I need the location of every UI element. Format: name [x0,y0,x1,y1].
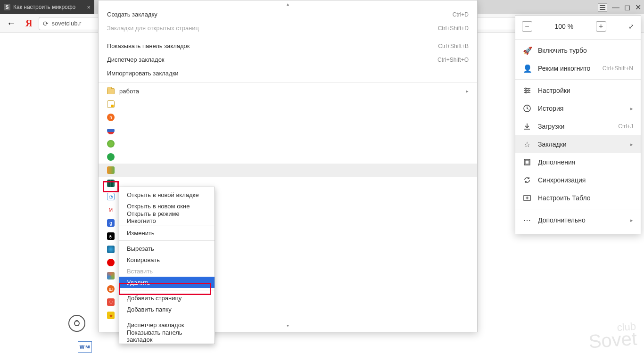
chevron-right-icon: ▸ [630,217,633,223]
main-menu: − 100 % + ⤢ 🚀 Включить турбо 👤 Режим инк… [515,15,641,234]
svg-point-6 [528,90,529,91]
menu-downloads-shortcut: Ctrl+J [618,123,633,130]
menu-incognito-label: Режим инкогнито [538,65,596,72]
menu-downloads-label: Загрузки [538,123,611,130]
menu-settings[interactable]: Настройки [515,82,641,99]
separator [515,79,641,80]
menu-addons[interactable]: Дополнения [515,153,641,171]
back-button[interactable]: ← [4,18,19,29]
menu-more[interactable]: ⋯ Дополнительно ▸ [515,211,641,229]
menu-tableau[interactable]: Настроить Табло [515,189,641,207]
bookmark-item-selected[interactable] [99,164,477,177]
create-bookmark-label: Создать закладку [107,11,157,18]
star-icon: ☆ [523,140,531,149]
bookmark-folder-work[interactable]: работа ▸ [99,84,477,98]
zoom-out-button[interactable]: − [522,21,532,32]
window-controls: — ◻ ✕ [598,3,641,12]
incognito-icon: 👤 [523,64,531,73]
zoom-in-button[interactable]: + [596,21,606,32]
reload-icon[interactable]: ⟳ [43,20,49,27]
bookmarks-for-open-pages-item: Закладки для открытых страниц Ctrl+Shift… [99,21,477,35]
bookmark-item[interactable] [99,150,477,164]
ctx-open-new-tab[interactable]: Открыть в новой вкладке [119,189,215,200]
bookmark-item[interactable]: h [99,111,477,124]
show-bar-shortcut: Ctrl+Shift+B [438,43,469,49]
chevron-right-icon: ▸ [630,141,633,148]
ctx-delete[interactable]: Удалить [119,277,215,288]
ctx-cut[interactable]: Вырезать [119,243,215,254]
show-bookmarks-bar-item[interactable]: Показывать панель закладок Ctrl+Shift+B [99,39,477,53]
bookmark-context-menu: Открыть в новой вкладке Открыть в новом … [119,187,215,344]
menu-downloads[interactable]: Загрузки Ctrl+J [515,117,641,135]
menu-history-label: История [538,105,624,112]
chevron-right-icon: ▸ [630,106,633,112]
close-window-button[interactable]: ✕ [635,3,641,12]
create-bookmark-item[interactable]: Создать закладку Ctrl+D [99,8,477,21]
minimize-button[interactable]: — [612,3,619,12]
step-badge: 2 [68,315,85,332]
more-icon: ⋯ [523,216,531,225]
tab-favicon: S [4,4,10,10]
separator [119,317,215,317]
tableau-icon [523,194,531,202]
browser-tab[interactable]: S Как настроить микрофо × [0,0,94,14]
bookmark-item[interactable] [99,124,477,137]
taskbar-word-icon[interactable]: WMi [78,341,92,353]
separator [99,37,477,37]
bookmarks-open-pages-label: Закладки для открытых страниц [107,25,199,32]
zoom-value: 100 % [554,23,573,30]
yandex-logo[interactable]: Я [24,18,34,29]
menu-incognito[interactable]: 👤 Режим инкогнито Ctrl+Shift+N [515,59,641,77]
import-bookmarks-item[interactable]: Импортировать закладки [99,66,477,80]
bm-manager-label: Диспетчер закладок [107,56,165,63]
tab-title: Как настроить микрофо [13,4,84,10]
menu-sync-label: Синхронизация [538,176,633,184]
create-bookmark-shortcut: Ctrl+D [453,11,469,18]
close-tab-icon[interactable]: × [87,4,91,11]
bm-manager-shortcut: Ctrl+Shift+O [438,57,469,63]
separator [119,290,215,290]
separator [515,39,641,40]
folder-label: работа [119,88,139,95]
svg-point-5 [525,88,527,90]
menu-bookmarks[interactable]: ☆ Закладки ▸ [515,135,641,153]
menu-incognito-shortcut: Ctrl+Shift+N [603,65,633,72]
svg-rect-1 [111,105,114,107]
settings-icon [523,86,531,95]
scroll-up-arrow[interactable]: ▴ [99,0,477,8]
ctx-paste: Вставить [119,265,215,277]
ctx-add-folder[interactable]: Добавить папку [119,304,215,315]
svg-point-7 [526,92,527,93]
ctx-show-bookmarks-bar[interactable]: Показывать панель закладок [119,330,215,342]
menu-sync[interactable]: Синхронизация [515,171,641,189]
history-icon [523,104,531,113]
menu-history[interactable]: История ▸ [515,99,641,117]
import-label: Импортировать закладки [107,70,179,77]
bookmarks-open-pages-shortcut: Ctrl+Shift+D [438,25,469,32]
ctx-edit[interactable]: Изменить [119,227,215,239]
menu-turbo-label: Включить турбо [538,47,633,54]
menu-more-label: Дополнительно [538,216,624,224]
ctx-open-incognito[interactable]: Открыть в режиме Инкогнито [119,212,215,223]
menu-tableau-label: Настроить Табло [538,194,633,202]
menu-bookmarks-label: Закладки [538,140,624,148]
taskbar-word-label: Mi [85,345,90,349]
bookmark-item[interactable] [99,98,477,111]
bookmark-item[interactable] [99,137,477,150]
separator [119,240,215,241]
separator [119,225,215,225]
ctx-copy[interactable]: Копировать [119,254,215,265]
show-bar-label: Показывать панель закладок [107,42,190,49]
folder-icon [107,88,115,94]
menu-turbo[interactable]: 🚀 Включить турбо [515,41,641,59]
zoom-controls: − 100 % + ⤢ [515,18,641,37]
ctx-add-page[interactable]: Добавить страницу [119,292,215,304]
menu-settings-label: Настройки [538,87,633,94]
bookmark-manager-item[interactable]: Диспетчер закладок Ctrl+Shift+O [99,53,477,66]
maximize-button[interactable]: ◻ [624,3,630,12]
separator [99,82,477,82]
fullscreen-icon[interactable]: ⤢ [628,23,634,30]
hamburger-menu-button[interactable] [598,3,607,12]
separator [515,209,641,209]
addons-icon [523,158,531,166]
